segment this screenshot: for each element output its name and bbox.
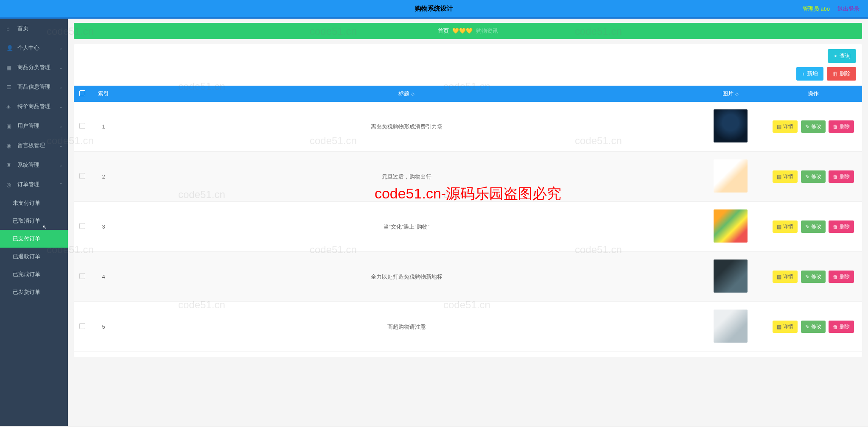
app-title: 购物系统设计 bbox=[415, 5, 453, 13]
edit-button[interactable]: ✎ 修改 bbox=[801, 170, 826, 183]
th-title[interactable]: 标题◇ bbox=[116, 86, 697, 102]
cell-title: 元旦过后，购物出行 bbox=[116, 152, 697, 202]
home-icon: ⌂ bbox=[6, 25, 13, 32]
chevron-down-icon: ⌄ bbox=[59, 123, 63, 129]
breadcrumb-current: 购物资讯 bbox=[476, 28, 498, 34]
edit-icon: ✎ bbox=[805, 324, 809, 330]
breadcrumb-home[interactable]: 首页 bbox=[438, 28, 449, 34]
sidebar-subitem-unpaid[interactable]: 未支付订单 bbox=[0, 194, 68, 212]
sidebar-item-users[interactable]: ▣ 用户管理 ⌄ bbox=[0, 116, 68, 136]
cell-action: ▤ 详情 ✎ 修改 🗑 删除 bbox=[764, 152, 862, 202]
thumbnail-image[interactable] bbox=[714, 159, 748, 193]
detail-button[interactable]: ▤ 详情 bbox=[773, 271, 798, 283]
sidebar-item-label: 个人中心 bbox=[17, 44, 39, 52]
sidebar-item-home[interactable]: ⌂ 首页 bbox=[0, 19, 68, 38]
search-button[interactable]: ⚬ 查询 bbox=[828, 49, 856, 63]
trash-icon: 🗑 bbox=[833, 224, 838, 230]
breadcrumb: 首页 💛💛💛 购物资讯 bbox=[74, 23, 862, 39]
edit-icon: ✎ bbox=[805, 174, 809, 180]
sidebar-item-label: 留言板管理 bbox=[17, 142, 45, 149]
detail-button[interactable]: ▤ 详情 bbox=[773, 170, 798, 183]
th-index[interactable]: 索引 bbox=[91, 86, 116, 102]
content-card: ⚬ 查询 + 新增 🗑 删除 索引 bbox=[74, 44, 862, 357]
edit-button[interactable]: ✎ 修改 bbox=[801, 271, 826, 283]
thumbnail-image[interactable] bbox=[714, 310, 748, 343]
trash-icon: 🗑 bbox=[833, 274, 838, 280]
sidebar-subitem-label: 已发货订单 bbox=[13, 289, 40, 295]
chevron-up-icon: ⌃ bbox=[59, 182, 63, 187]
settings-icon: ♜ bbox=[6, 162, 13, 168]
table-row: 3 当“文化”遇上“购物” ▤ 详情 ✎ 修改 🗑 删除 bbox=[74, 202, 862, 252]
cell-index: 5 bbox=[91, 302, 116, 352]
row-delete-button[interactable]: 🗑 删除 bbox=[829, 120, 854, 133]
add-button-label: 新增 bbox=[807, 70, 818, 78]
chevron-down-icon: ⌄ bbox=[59, 65, 63, 70]
cell-index: 2 bbox=[91, 152, 116, 202]
cell-title: 商超购物请注意 bbox=[116, 302, 697, 352]
chevron-down-icon: ⌄ bbox=[59, 162, 63, 168]
sidebar-item-orders[interactable]: ◎ 订单管理 ⌃ bbox=[0, 175, 68, 194]
edit-button[interactable]: ✎ 修改 bbox=[801, 321, 826, 333]
cell-title: 离岛免税购物形成消费引力场 bbox=[116, 102, 697, 152]
search-icon: ⚬ bbox=[833, 53, 838, 59]
cell-image bbox=[697, 152, 764, 202]
sidebar-item-special[interactable]: ◈ 特价商品管理 ⌄ bbox=[0, 97, 68, 116]
add-button[interactable]: + 新增 bbox=[796, 67, 823, 81]
detail-button[interactable]: ▤ 详情 bbox=[773, 220, 798, 233]
detail-button[interactable]: ▤ 详情 bbox=[773, 321, 798, 333]
sidebar-subitem-paid[interactable]: 已支付订单 bbox=[0, 230, 68, 248]
cell-action: ▤ 详情 ✎ 修改 🗑 删除 bbox=[764, 102, 862, 152]
row-delete-button[interactable]: 🗑 删除 bbox=[829, 170, 854, 183]
row-delete-button[interactable]: 🗑 删除 bbox=[829, 220, 854, 233]
row-checkbox[interactable] bbox=[79, 173, 85, 179]
doc-icon: ▤ bbox=[777, 324, 781, 330]
sidebar-subitem-label: 已完成订单 bbox=[13, 271, 40, 277]
th-image[interactable]: 图片◇ bbox=[697, 86, 764, 102]
plus-icon: + bbox=[802, 71, 805, 77]
sidebar-subitem-label: 已取消订单 bbox=[13, 218, 40, 224]
select-all-checkbox[interactable] bbox=[79, 90, 85, 96]
sidebar-subitem-cancelled[interactable]: 已取消订单 bbox=[0, 212, 68, 230]
row-checkbox[interactable] bbox=[79, 323, 85, 329]
detail-button[interactable]: ▤ 详情 bbox=[773, 120, 798, 133]
sidebar-item-product[interactable]: ☰ 商品信息管理 ⌄ bbox=[0, 77, 68, 97]
sort-icon: ◇ bbox=[735, 92, 739, 96]
sidebar-item-category[interactable]: ▦ 商品分类管理 ⌄ bbox=[0, 58, 68, 77]
cell-image bbox=[697, 102, 764, 152]
row-delete-button[interactable]: 🗑 删除 bbox=[829, 321, 854, 333]
sidebar-item-label: 商品信息管理 bbox=[17, 83, 50, 91]
row-checkbox[interactable] bbox=[79, 273, 85, 279]
thumbnail-image[interactable] bbox=[714, 260, 748, 293]
thumbnail-image[interactable] bbox=[714, 109, 748, 142]
thumbnail-image[interactable] bbox=[714, 209, 748, 243]
logout-link[interactable]: 退出登录 bbox=[837, 5, 860, 13]
user-label[interactable]: 管理员 abo bbox=[803, 5, 830, 13]
chevron-down-icon: ⌄ bbox=[59, 104, 63, 109]
sidebar-subitem-completed[interactable]: 已完成订单 bbox=[0, 265, 68, 283]
cell-index: 3 bbox=[91, 202, 116, 252]
edit-button[interactable]: ✎ 修改 bbox=[801, 220, 826, 233]
sort-icon: ◇ bbox=[411, 92, 414, 96]
row-delete-button[interactable]: 🗑 删除 bbox=[829, 271, 854, 283]
sidebar-item-label: 用户管理 bbox=[17, 122, 39, 130]
delete-button[interactable]: 🗑 删除 bbox=[827, 67, 856, 81]
users-icon: ▣ bbox=[6, 123, 13, 129]
row-checkbox[interactable] bbox=[79, 223, 85, 229]
sidebar-subitem-shipped[interactable]: 已发货订单 bbox=[0, 283, 68, 301]
sidebar-item-profile[interactable]: 👤 个人中心 ⌄ bbox=[0, 38, 68, 58]
main-content: 首页 💛💛💛 购物资讯 ⚬ 查询 + 新增 🗑 删除 bbox=[68, 19, 868, 426]
row-checkbox[interactable] bbox=[79, 123, 85, 129]
cell-index: 1 bbox=[91, 102, 116, 152]
sidebar-item-messages[interactable]: ◉ 留言板管理 ⌄ bbox=[0, 136, 68, 155]
cell-image bbox=[697, 202, 764, 252]
edit-button[interactable]: ✎ 修改 bbox=[801, 120, 826, 133]
sidebar-item-system[interactable]: ♜ 系统管理 ⌄ bbox=[0, 155, 68, 175]
sidebar-item-label: 首页 bbox=[17, 25, 28, 32]
order-icon: ◎ bbox=[6, 181, 13, 188]
doc-icon: ▤ bbox=[777, 224, 781, 230]
sidebar-item-label: 订单管理 bbox=[17, 181, 39, 188]
th-checkbox bbox=[74, 86, 91, 102]
cell-title: 全力以赴打造免税购物新地标 bbox=[116, 252, 697, 302]
cell-image bbox=[697, 252, 764, 302]
sidebar-subitem-refunded[interactable]: 已退款订单 bbox=[0, 248, 68, 265]
